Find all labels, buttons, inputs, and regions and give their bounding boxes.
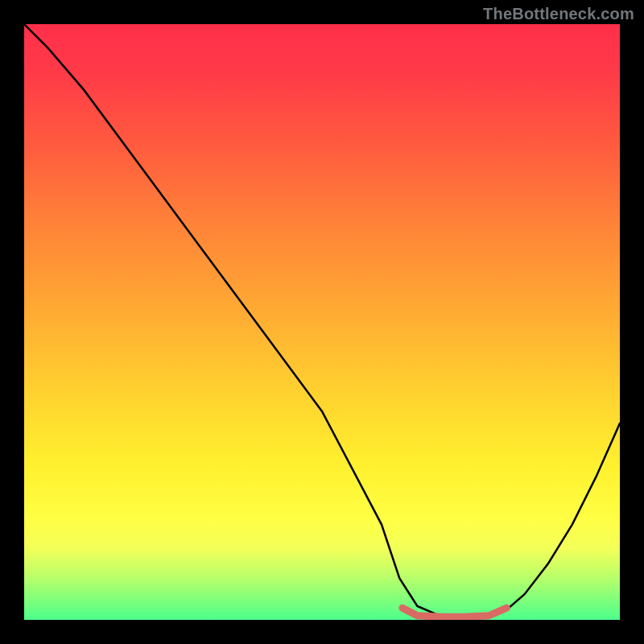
chart-frame: TheBottleneck.com <box>0 0 644 644</box>
highlight-path <box>402 608 507 617</box>
plot-area <box>24 24 620 620</box>
attribution-text: TheBottleneck.com <box>483 5 634 23</box>
chart-svg <box>24 24 620 620</box>
curve-path <box>24 24 620 617</box>
